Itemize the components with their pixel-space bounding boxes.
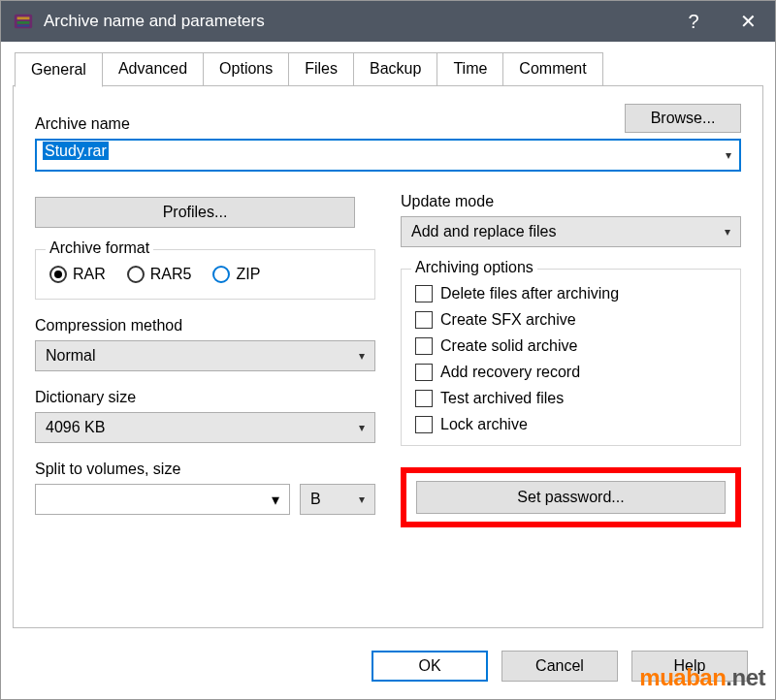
radio-icon [127, 266, 145, 283]
checkbox-label: Create solid archive [440, 337, 577, 355]
option-lock-archive[interactable]: Lock archive [415, 416, 727, 433]
titlebar: Archive name and parameters ? ✕ [1, 1, 775, 42]
chevron-down-icon: ▾ [725, 225, 730, 239]
left-column: Profiles... Archive format RARRAR5ZIP Co… [35, 193, 375, 527]
format-radio-rar5[interactable]: RAR5 [127, 266, 192, 283]
compression-label: Compression method [35, 317, 375, 334]
chevron-down-icon: ▾ [272, 491, 279, 509]
archive-name-combo[interactable]: Study.rar ▾ [35, 139, 741, 172]
tab-general[interactable]: General [15, 52, 103, 87]
compression-value: Normal [46, 347, 96, 365]
tab-files[interactable]: Files [288, 52, 354, 86]
browse-button[interactable]: Browse... [625, 104, 741, 133]
chevron-down-icon: ▾ [359, 493, 365, 506]
dictionary-select[interactable]: 4096 KB ▾ [35, 412, 375, 443]
svg-rect-3 [17, 25, 30, 27]
set-password-button[interactable]: Set password... [416, 481, 726, 514]
checkbox-label: Add recovery record [440, 364, 580, 381]
update-mode-value: Add and replace files [411, 223, 556, 240]
archive-dialog: Archive name and parameters ? ✕ GeneralA… [0, 0, 776, 700]
set-password-highlight: Set password... [401, 467, 741, 527]
option-create-solid-archive[interactable]: Create solid archive [415, 337, 727, 355]
profiles-button[interactable]: Profiles... [35, 197, 355, 228]
help-button[interactable]: ? [666, 1, 721, 42]
archive-name-label: Archive name [35, 115, 130, 133]
ok-button[interactable]: OK [372, 651, 488, 682]
checkbox-label: Create SFX archive [440, 311, 576, 329]
checkbox-label: Lock archive [440, 416, 528, 433]
format-radio-zip[interactable]: ZIP [212, 266, 260, 283]
split-unit-select[interactable]: B ▾ [300, 484, 375, 515]
dialog-content: GeneralAdvancedOptionsFilesBackupTimeCom… [1, 42, 775, 628]
radio-icon [49, 266, 67, 283]
watermark: muaban.net [639, 664, 765, 691]
option-delete-files-after-archiving[interactable]: Delete files after archiving [415, 285, 727, 302]
tab-backup[interactable]: Backup [353, 52, 437, 86]
radio-icon [212, 266, 230, 283]
cancel-button[interactable]: Cancel [501, 651, 618, 682]
archive-format-group: Archive format RARRAR5ZIP [35, 249, 375, 300]
dictionary-value: 4096 KB [46, 419, 105, 436]
tabstrip: GeneralAdvancedOptionsFilesBackupTimeCom… [13, 51, 763, 86]
svg-rect-2 [17, 21, 30, 24]
checkbox-icon [415, 285, 433, 302]
close-button[interactable]: ✕ [721, 1, 775, 42]
checkbox-icon [415, 390, 433, 407]
archive-name-value: Study.rar [43, 142, 109, 160]
radio-label: RAR5 [150, 266, 192, 283]
svg-rect-1 [17, 16, 30, 19]
checkbox-icon [415, 416, 433, 433]
radio-label: ZIP [236, 266, 260, 283]
checkbox-icon [415, 311, 433, 329]
split-unit-value: B [310, 491, 321, 508]
archiving-options-group: Archiving options Delete files after arc… [401, 269, 741, 446]
update-mode-label: Update mode [401, 193, 741, 210]
tab-advanced[interactable]: Advanced [102, 52, 204, 86]
split-size-combo[interactable]: ▾ [35, 484, 290, 515]
checkbox-icon [415, 364, 433, 381]
radio-label: RAR [73, 266, 106, 283]
option-create-sfx-archive[interactable]: Create SFX archive [415, 311, 727, 329]
tab-general-page: Archive name Browse... Study.rar ▾ Profi… [13, 85, 763, 628]
option-test-archived-files[interactable]: Test archived files [415, 390, 727, 407]
option-add-recovery-record[interactable]: Add recovery record [415, 364, 727, 381]
update-mode-select[interactable]: Add and replace files ▾ [401, 216, 741, 247]
archiving-options-legend: Archiving options [411, 259, 537, 276]
split-label: Split to volumes, size [35, 461, 375, 478]
compression-select[interactable]: Normal ▾ [35, 340, 375, 371]
chevron-down-icon: ▾ [359, 421, 365, 434]
tab-options[interactable]: Options [203, 52, 289, 86]
format-radio-rar[interactable]: RAR [49, 266, 106, 283]
archive-format-legend: Archive format [46, 239, 153, 257]
right-column: Update mode Add and replace files ▾ Arch… [401, 193, 741, 527]
checkbox-label: Test archived files [440, 390, 564, 407]
tab-time[interactable]: Time [436, 52, 503, 86]
winrar-icon [13, 11, 34, 32]
checkbox-icon [415, 337, 433, 355]
dictionary-label: Dictionary size [35, 389, 375, 406]
checkbox-label: Delete files after archiving [440, 285, 619, 302]
window-title: Archive name and parameters [44, 12, 666, 31]
chevron-down-icon: ▾ [359, 349, 365, 363]
tab-comment[interactable]: Comment [502, 52, 602, 86]
